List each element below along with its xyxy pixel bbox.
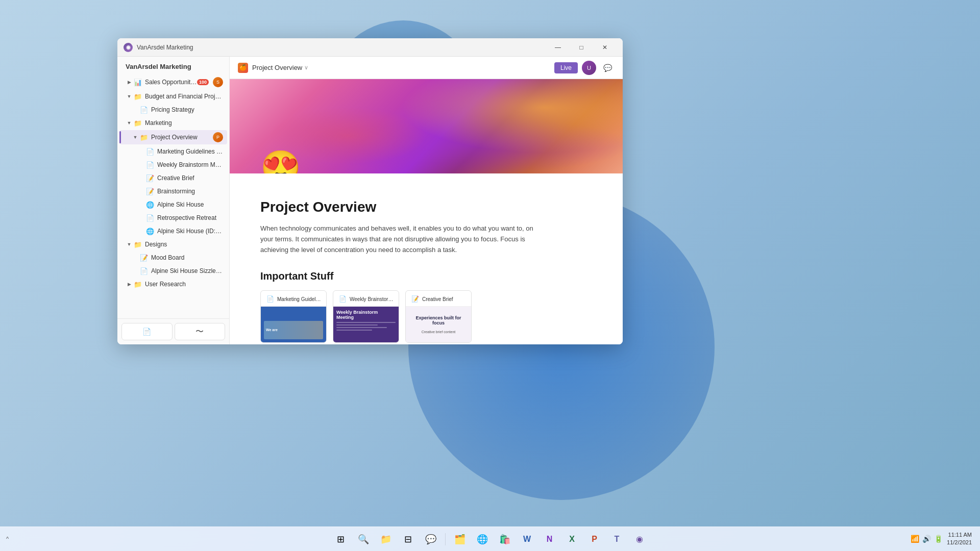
battery-icon[interactable]: 🔋 — [934, 535, 943, 543]
volume-icon[interactable]: 🔊 — [922, 535, 931, 543]
expand-icon-as2 — [138, 228, 145, 235]
hero-emoji: 😍 — [260, 151, 301, 173]
card-title-wb: Weekly Brainstorm Me... — [350, 296, 394, 302]
budget-icon: 📁 — [134, 92, 142, 101]
taskbar-store[interactable]: 🛍️ — [495, 529, 515, 549]
taskbar-files[interactable]: 🗂️ — [450, 529, 470, 549]
maximize-button[interactable]: □ — [570, 38, 593, 57]
sidebar-label-sales: Sales Opportunities — [145, 79, 197, 86]
card-preview-purple: Weekly Brainstorm Meeting — [333, 307, 399, 342]
sidebar-item-weekly-brainstorm[interactable]: 📄 Weekly Brainstorm Meeting — [119, 159, 227, 171]
taskbar-search[interactable]: 🔍 — [353, 529, 374, 549]
onenote-icon: N — [547, 535, 553, 544]
close-button[interactable]: ✕ — [593, 38, 617, 57]
taskbar-start[interactable]: ⊞ — [331, 529, 351, 549]
po-avatar: P — [213, 132, 223, 142]
page-title: Project Overview — [260, 199, 592, 215]
section-title: Important Stuff — [260, 270, 592, 282]
sidebar-item-user-research[interactable]: ▶ 📁 User Research — [119, 278, 227, 290]
tray-chevron-icon[interactable]: ^ — [6, 536, 9, 542]
sidebar-item-designs[interactable]: ▼ 📁 Designs — [119, 238, 227, 251]
expand-icon: ▶ — [126, 79, 133, 86]
sidebar-item-mood-board[interactable]: 📝 Mood Board — [119, 252, 227, 264]
taskbar-explorer[interactable]: 📁 — [376, 529, 396, 549]
pages-button[interactable]: 📄 — [121, 323, 173, 340]
live-button[interactable]: Live — [554, 62, 578, 73]
taskbar-chat[interactable]: 💬 — [421, 529, 441, 549]
expand-icon-as — [138, 201, 145, 208]
pages-icon: 📄 — [142, 328, 151, 336]
sidebar-item-alpine-ski-2[interactable]: 🌐 Alpine Ski House (ID: 487... — [119, 225, 227, 237]
sidebar-item-project-overview[interactable]: ▼ 📁 Project Overview P — [119, 130, 227, 144]
sidebar-item-alpine-ski[interactable]: 🌐 Alpine Ski House — [119, 198, 227, 211]
sidebar-item-budget[interactable]: ▼ 📁 Budget and Financial Projection — [119, 90, 227, 103]
breadcrumb-icon: 🍊 — [238, 63, 248, 73]
widgets-icon: ⊟ — [404, 534, 412, 545]
card-preview-wb: Weekly Brainstorm Meeting — [333, 307, 399, 342]
hero-banner: 😍 — [230, 79, 623, 173]
app-icon: ◉ — [636, 534, 643, 544]
taskbar-app[interactable]: ◉ — [629, 529, 650, 549]
sidebar-label-as2: Alpine Ski House (ID: 487... — [157, 228, 223, 235]
comment-icon: 💬 — [603, 64, 612, 72]
system-clock[interactable]: 11:11 AM 11/2/2021 — [947, 531, 972, 547]
card-header-mg: 📄 Marketing Guidelines f... — [261, 291, 326, 307]
card-weekly-brainstorm[interactable]: 📄 Weekly Brainstorm Me... Weekly Brainst… — [333, 290, 399, 343]
cards-row: 📄 Marketing Guidelines f... We are — [260, 290, 592, 343]
explorer-icon: 📁 — [380, 534, 391, 545]
store-icon: 🛍️ — [499, 534, 510, 545]
taskbar-edge[interactable]: 🌐 — [472, 529, 493, 549]
activity-button[interactable]: 〜 — [175, 323, 226, 340]
card-creative-brief[interactable]: 📝 Creative Brief Experiences built for f… — [405, 290, 472, 343]
powerpoint-icon: P — [592, 535, 597, 544]
title-bar: ◉ VanArsdel Marketing — □ ✕ — [117, 38, 623, 57]
date-display: 11/2/2021 — [947, 539, 972, 546]
taskbar-word[interactable]: W — [517, 529, 537, 549]
card-header-wb: 📄 Weekly Brainstorm Me... — [333, 291, 399, 307]
expand-icon-ur: ▶ — [126, 281, 133, 288]
card-purple-title: Weekly Brainstorm Meeting — [336, 310, 396, 320]
wb-icon: 📄 — [146, 161, 154, 169]
card-header-cb: 📝 Creative Brief — [406, 291, 471, 307]
sales-avatar: S — [213, 77, 223, 87]
wifi-icon[interactable]: 📶 — [911, 535, 919, 543]
page-body: Project Overview When technology communi… — [230, 173, 623, 344]
sidebar-item-marketing[interactable]: ▼ 📁 Marketing — [119, 117, 227, 129]
word-icon: W — [523, 535, 531, 544]
sidebar-item-marketing-guidelines[interactable]: 📄 Marketing Guidelines for V... — [119, 145, 227, 158]
taskbar-powerpoint[interactable]: P — [584, 529, 605, 549]
taskbar-teams[interactable]: T — [607, 529, 627, 549]
system-tray: 📶 🔊 🔋 11:11 AM 11/2/2021 — [902, 527, 980, 551]
start-icon: ⊞ — [337, 534, 345, 545]
po-icon: 📁 — [140, 133, 148, 141]
card-preview-mg: We are — [261, 307, 326, 343]
breadcrumb: Project Overview ∨ — [252, 64, 308, 71]
sidebar-item-pricing[interactable]: 📄 Pricing Strategy — [119, 104, 227, 116]
rr-icon: 📄 — [146, 214, 154, 222]
taskbar-excel[interactable]: X — [562, 529, 582, 549]
sidebar-item-brainstorming[interactable]: 📝 Brainstorming — [119, 185, 227, 197]
comment-button[interactable]: 💬 — [600, 61, 615, 75]
sidebar-label-ur: User Research — [145, 281, 223, 288]
app-body: VanArsdel Marketing ▶ 📊 Sales Opportunit… — [117, 57, 623, 344]
sidebar-item-alpine-sizzle[interactable]: 📄 Alpine Ski House Sizzle Re... — [119, 265, 227, 277]
card-title-cb: Creative Brief — [422, 296, 466, 302]
minimize-button[interactable]: — — [546, 38, 570, 57]
card-preview-text-mg: We are — [266, 328, 278, 332]
sidebar-item-creative-brief[interactable]: 📝 Creative Brief — [119, 172, 227, 184]
app-window: ◉ VanArsdel Marketing — □ ✕ VanArsdel Ma… — [117, 38, 623, 344]
sidebar-label-po: Project Overview — [151, 134, 211, 141]
expand-icon-po: ▼ — [132, 134, 139, 141]
sidebar-item-retrospective[interactable]: 📄 Retrospective Retreat — [119, 212, 227, 224]
taskbar: ⊞ 🔍 📁 ⊟ 💬 🗂️ 🌐 🛍️ W N X P T ◉ — [0, 527, 980, 551]
sales-icon: 📊 — [134, 78, 142, 86]
sidebar-label-bs: Brainstorming — [157, 188, 223, 195]
sidebar-item-sales[interactable]: ▶ 📊 Sales Opportunities 100 S — [119, 75, 227, 89]
sidebar-label-mg: Marketing Guidelines for V... — [157, 148, 223, 155]
designs-icon: 📁 — [134, 240, 142, 248]
card-marketing-guidelines[interactable]: 📄 Marketing Guidelines f... We are — [260, 290, 327, 343]
taskbar-widgets[interactable]: ⊟ — [398, 529, 419, 549]
taskbar-onenote[interactable]: N — [540, 529, 560, 549]
user-avatar[interactable]: U — [582, 61, 596, 75]
sidebar-label-sizzle: Alpine Ski House Sizzle Re... — [151, 267, 223, 274]
